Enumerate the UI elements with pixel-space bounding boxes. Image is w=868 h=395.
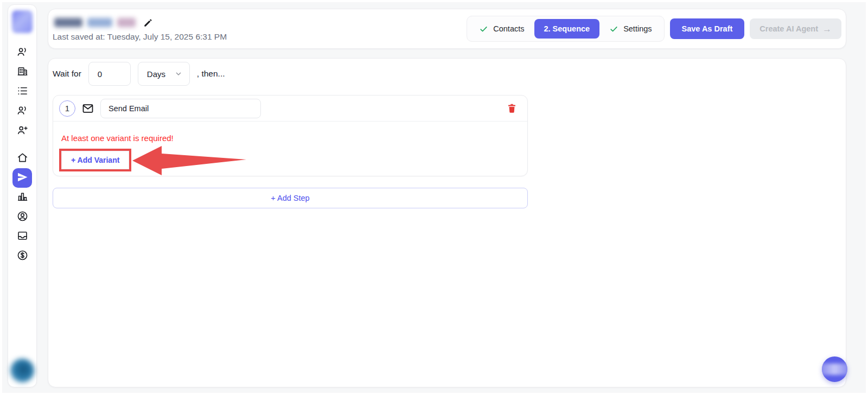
sidebar-item-campaigns[interactable]: [12, 168, 32, 188]
sidebar-item-billing[interactable]: [12, 246, 32, 266]
save-as-draft-button[interactable]: Save As Draft: [670, 18, 745, 39]
sequence-step-card: 1 At least one variant is required! + Ad…: [53, 95, 528, 176]
wizard-step-tabs: Contacts 2. Sequence Settings: [467, 16, 664, 42]
delete-step-button[interactable]: [505, 101, 519, 116]
sidebar-item-analytics[interactable]: [12, 188, 32, 207]
trash-icon: [506, 103, 518, 114]
account-circle-icon: [16, 210, 29, 224]
list-icon: [16, 85, 29, 99]
then-label: , then...: [197, 69, 225, 79]
step-header: 1: [53, 95, 527, 122]
wait-unit-value: Days: [147, 69, 165, 79]
campaign-title-block: Last saved at: Tuesday, July 15, 2025 6:…: [48, 16, 227, 42]
sidebar-item-home[interactable]: [12, 149, 32, 168]
app-screen: Last saved at: Tuesday, July 15, 2025 6:…: [0, 0, 868, 395]
wait-for-label: Wait for: [53, 69, 81, 79]
last-saved-timestamp: Last saved at: Tuesday, July 15, 2025 6:…: [53, 32, 227, 42]
sidebar-item-contacts[interactable]: [12, 43, 32, 62]
workspace-avatar-blurred: [10, 359, 34, 383]
step-body: At least one variant is required! + Add …: [53, 122, 527, 171]
sidebar-item-account[interactable]: [12, 207, 32, 227]
campaign-title-row: [54, 17, 227, 28]
sidebar-item-add-person[interactable]: [12, 121, 32, 141]
users-icon: [16, 46, 29, 60]
home-icon: [16, 151, 29, 165]
email-envelope-icon: [81, 102, 94, 115]
redacted-campaign-name: [87, 18, 112, 27]
campaign-header: Last saved at: Tuesday, July 15, 2025 6:…: [48, 9, 846, 49]
tab-label: 2. Sequence: [544, 24, 590, 33]
redacted-campaign-name: [117, 18, 136, 27]
billing-dollar-icon: [16, 249, 29, 263]
edit-pencil-icon[interactable]: [143, 17, 154, 28]
person-add-icon: [16, 124, 29, 138]
add-variant-button[interactable]: + Add Variant: [61, 151, 129, 169]
sidebar-item-lists[interactable]: [12, 82, 32, 101]
sequence-canvas: Wait for Days , then... 1 At least one v…: [48, 58, 846, 387]
tab-settings[interactable]: Settings: [601, 19, 660, 39]
variant-required-error: At least one variant is required!: [61, 133, 519, 143]
create-ai-agent-button[interactable]: Create AI Agent →: [750, 18, 841, 39]
send-icon: [16, 171, 29, 185]
wait-delay-row: Wait for Days , then...: [53, 62, 225, 86]
sidebar-nav-top: [12, 43, 32, 141]
check-icon: [609, 24, 618, 34]
redacted-campaign-name: [54, 18, 82, 27]
company-building-icon: [16, 65, 29, 79]
bar-chart-icon: [16, 190, 29, 205]
users-icon: [16, 104, 29, 118]
sidebar: [8, 4, 37, 387]
tab-label: Contacts: [493, 24, 524, 33]
sidebar-nav-bottom: [12, 149, 32, 266]
step-action-input[interactable]: [100, 99, 261, 118]
tab-contacts[interactable]: Contacts: [470, 19, 533, 39]
tab-sequence[interactable]: 2. Sequence: [534, 19, 600, 39]
header-actions: Contacts 2. Sequence Settings Save As Dr…: [467, 16, 846, 42]
app-logo-blurred: [12, 10, 33, 33]
blurred-widget-content: [822, 364, 847, 375]
sidebar-item-companies[interactable]: [12, 62, 32, 82]
sidebar-item-people[interactable]: [12, 101, 32, 121]
sidebar-item-inbox[interactable]: [12, 227, 32, 246]
chevron-down-icon: [174, 69, 183, 78]
wait-value-input[interactable]: [88, 62, 131, 86]
add-step-button[interactable]: + Add Step: [53, 188, 528, 208]
check-icon: [479, 24, 488, 34]
create-ai-agent-label: Create AI Agent: [760, 24, 818, 33]
arrow-right-icon: →: [822, 24, 832, 34]
step-number-badge: 1: [59, 100, 75, 117]
inbox-icon: [16, 230, 29, 244]
annotation-highlight-box: + Add Variant: [59, 149, 131, 171]
tab-label: Settings: [623, 24, 652, 33]
wait-unit-select[interactable]: Days: [138, 62, 190, 86]
floating-widget-button[interactable]: [822, 356, 847, 382]
